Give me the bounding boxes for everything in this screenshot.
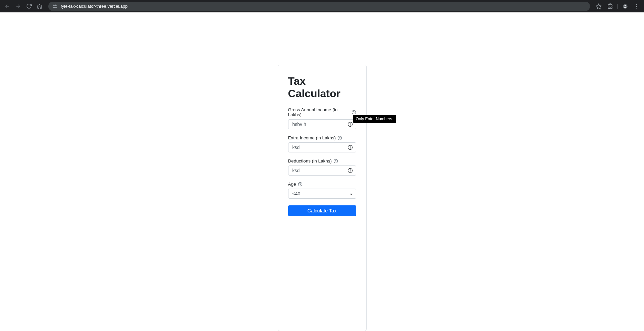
help-icon[interactable]: [352, 110, 356, 115]
svg-point-20: [336, 162, 336, 162]
label-extra: Extra Income (in Lakhs): [288, 135, 356, 140]
svg-point-15: [340, 139, 340, 139]
svg-point-19: [334, 159, 337, 163]
svg-point-18: [350, 148, 350, 149]
label-age: Age: [288, 182, 356, 187]
form-group-age: Age <40: [288, 182, 356, 199]
svg-point-10: [354, 113, 354, 114]
card-title: Tax Calculator: [288, 75, 356, 100]
svg-point-8: [636, 7, 637, 8]
back-button[interactable]: [3, 2, 12, 11]
extensions-icon[interactable]: [605, 2, 615, 11]
svg-point-24: [298, 182, 302, 186]
gross-income-input[interactable]: [288, 119, 356, 129]
form-group-gross: Gross Annual Income (in Lakhs): [288, 107, 356, 129]
page-content: Tax Calculator Gross Annual Income (in L…: [0, 12, 644, 331]
label-age-text: Age: [288, 182, 296, 187]
label-extra-text: Extra Income (in Lakhs): [288, 135, 336, 140]
help-icon[interactable]: [337, 136, 342, 140]
site-info-icon[interactable]: [52, 4, 57, 9]
age-select[interactable]: <40: [288, 189, 356, 199]
error-icon[interactable]: [347, 145, 353, 150]
help-icon[interactable]: [333, 159, 338, 163]
tax-calculator-card: Tax Calculator Gross Annual Income (in L…: [278, 65, 367, 331]
error-icon[interactable]: [347, 168, 353, 173]
svg-rect-1: [54, 5, 56, 5]
reload-button[interactable]: [24, 2, 34, 11]
error-tooltip: Only Enter Numbers.: [353, 115, 396, 123]
calculate-tax-button[interactable]: Calculate Tax: [288, 205, 356, 216]
form-group-deductions: Deductions (in Lakhs): [288, 158, 356, 176]
svg-point-25: [300, 185, 300, 185]
svg-point-0: [53, 5, 54, 5]
svg-point-23: [350, 172, 350, 172]
url-text: fyle-tax-calculator-three.vercel.app: [61, 4, 586, 9]
svg-point-7: [636, 6, 637, 7]
help-icon[interactable]: [298, 182, 303, 187]
svg-point-6: [636, 4, 637, 5]
menu-icon[interactable]: [632, 2, 641, 11]
label-gross: Gross Annual Income (in Lakhs): [288, 107, 356, 117]
error-icon[interactable]: [347, 122, 353, 127]
form-group-extra: Extra Income (in Lakhs): [288, 135, 356, 152]
address-bar[interactable]: fyle-tax-calculator-three.vercel.app: [48, 2, 590, 11]
forward-button[interactable]: [13, 2, 23, 11]
toolbar-right: [594, 2, 641, 11]
label-deductions-text: Deductions (in Lakhs): [288, 158, 332, 163]
extra-income-input[interactable]: [288, 142, 356, 152]
svg-point-2: [53, 7, 54, 8]
browser-chrome: fyle-tax-calculator-three.vercel.app: [0, 0, 644, 12]
deductions-input[interactable]: [288, 166, 356, 176]
divider: [618, 4, 618, 9]
star-icon[interactable]: [594, 2, 603, 11]
label-deductions: Deductions (in Lakhs): [288, 158, 356, 163]
home-button[interactable]: [35, 2, 44, 11]
svg-point-13: [350, 125, 350, 126]
svg-point-9: [352, 110, 356, 114]
label-gross-text: Gross Annual Income (in Lakhs): [288, 107, 350, 117]
svg-point-5: [625, 5, 626, 6]
profile-icon[interactable]: [621, 2, 630, 11]
svg-point-14: [338, 136, 341, 140]
svg-rect-3: [54, 7, 56, 8]
